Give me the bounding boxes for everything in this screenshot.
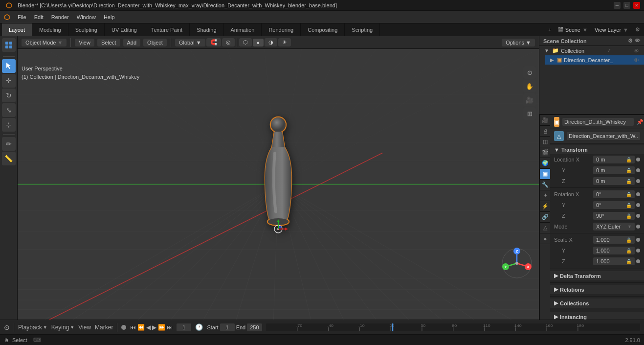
keying-menu[interactable]: Keying ▼	[51, 324, 75, 331]
filter-icon[interactable]: ⚙	[628, 38, 633, 44]
current-frame-input[interactable]: 1	[177, 323, 191, 331]
tab-animation[interactable]: Animation	[224, 23, 262, 36]
menu-file[interactable]: File	[14, 13, 30, 21]
material-preview-button[interactable]: ◑	[265, 38, 277, 46]
object-menu-button[interactable]: Object	[143, 39, 167, 46]
bottle-object[interactable]	[246, 114, 310, 242]
tab-sculpting[interactable]: Sculpting	[68, 23, 105, 36]
marker-menu[interactable]: Marker	[95, 324, 113, 331]
tab-compositing[interactable]: Compositing	[301, 23, 345, 36]
pan-button[interactable]: ✋	[523, 80, 536, 92]
play-back-button[interactable]: ◀	[146, 324, 151, 331]
zoom-to-fit-button[interactable]: ⊙	[523, 66, 536, 79]
camera-view-button[interactable]: 🎥	[523, 93, 536, 106]
add-workspace-button[interactable]: +	[545, 27, 554, 33]
rotate-tool-button[interactable]: ↻	[2, 89, 16, 102]
select-menu-button[interactable]: Select	[97, 39, 120, 46]
collections-header[interactable]: ▶ Collections	[550, 299, 644, 308]
scale-x-lock[interactable]: 🔒	[626, 237, 632, 243]
menu-help[interactable]: Help	[100, 13, 119, 21]
location-z-lock[interactable]: 🔒	[626, 179, 632, 184]
tab-rendering[interactable]: Rendering	[262, 23, 301, 36]
view-layer-properties-tab[interactable]: ◫	[540, 137, 551, 147]
close-button[interactable]: ✕	[633, 2, 640, 9]
rotation-z-lock[interactable]: 🔒	[626, 213, 632, 219]
view-menu[interactable]: View	[78, 324, 91, 331]
keyframe-dot[interactable]	[121, 325, 126, 330]
titlebar-controls[interactable]: ─ □ ✕	[614, 2, 640, 9]
add-menu-button[interactable]: Add	[123, 39, 141, 46]
minimize-button[interactable]: ─	[614, 2, 621, 9]
scene-selector[interactable]: 🎬 Scene ▼	[557, 27, 588, 33]
options-button[interactable]: Options ▼	[502, 39, 535, 46]
object-mode-button[interactable]: Object Mode ▼	[22, 39, 67, 46]
rotation-mode-select[interactable]: XYZ Euler ▼	[593, 223, 635, 230]
location-z-input[interactable]: 0 m 🔒	[593, 177, 635, 185]
physics-tab[interactable]: ⚡	[540, 201, 551, 212]
view-layer-selector[interactable]: View Layer ▼	[591, 27, 628, 33]
timeline-scrubber[interactable]: -70 -40 -10 20 50 80 110 140 160 180	[266, 323, 640, 331]
tab-scripting[interactable]: Scripting	[345, 23, 380, 36]
view-menu-button[interactable]: View	[75, 39, 94, 46]
mesh-name-input[interactable]	[567, 132, 640, 140]
jump-end-button[interactable]: ⏭	[167, 324, 173, 331]
object-data-tab[interactable]: △	[540, 223, 551, 233]
relations-header[interactable]: ▶ Relations	[550, 285, 644, 294]
pin-icon[interactable]: 📌	[637, 119, 644, 125]
tab-layout[interactable]: Layout	[2, 23, 32, 36]
rotation-y-input[interactable]: 0° 🔒	[593, 201, 635, 209]
scale-x-input[interactable]: 1.000 🔒	[593, 236, 635, 244]
playback-menu[interactable]: Playback ▼	[18, 324, 47, 331]
step-forward-button[interactable]: ⏩	[158, 324, 165, 331]
object-name-input[interactable]	[562, 118, 634, 126]
maximize-button[interactable]: □	[623, 2, 630, 9]
material-tab[interactable]: ●	[540, 233, 551, 244]
solid-shading-button[interactable]: ●	[253, 39, 264, 46]
snap-magnet-button[interactable]: 🧲	[206, 38, 221, 46]
scale-y-lock[interactable]: 🔒	[626, 248, 632, 253]
end-frame-input[interactable]: 250	[247, 323, 262, 331]
collection-row[interactable]: ▼ 📁 Collection ✓ 👁	[539, 46, 644, 55]
measure-tool-button[interactable]: 📏	[2, 152, 16, 165]
proportional-edit-button[interactable]: ◎	[222, 38, 235, 46]
collection-eye-icon[interactable]: ✓	[607, 47, 611, 54]
render-properties-tab[interactable]: 🎥	[540, 115, 551, 126]
location-x-input[interactable]: 0 m 🔒	[593, 156, 635, 163]
modifier-properties-tab[interactable]: 🔧	[540, 180, 551, 190]
rotation-x-input[interactable]: 0° 🔒	[593, 190, 635, 198]
world-properties-tab[interactable]: 🌍	[540, 158, 551, 169]
location-x-lock[interactable]: 🔒	[626, 157, 632, 162]
particles-tab[interactable]: ✦	[540, 190, 551, 201]
global-transform-button[interactable]: Global ▼	[175, 39, 205, 46]
viewport[interactable]: Object Mode ▼ View Select Add Object Glo…	[18, 36, 539, 320]
rotation-z-input[interactable]: 90° 🔒	[593, 212, 635, 220]
constraints-tab[interactable]: 🔗	[540, 212, 551, 223]
wireframe-button[interactable]: ⬡	[239, 38, 252, 46]
delta-transform-header[interactable]: ▶ Delta Transform	[550, 271, 644, 280]
scale-z-lock[interactable]: 🔒	[626, 259, 632, 264]
rotation-x-lock[interactable]: 🔒	[626, 192, 632, 197]
start-frame-input[interactable]: 1	[220, 323, 235, 331]
orthographic-view-button[interactable]: ⊞	[523, 107, 536, 120]
output-properties-tab[interactable]: 🖨	[540, 126, 551, 137]
instancing-header[interactable]: ▶ Instancing	[550, 312, 644, 320]
location-y-lock[interactable]: 🔒	[626, 168, 632, 173]
tab-shading[interactable]: Shading	[190, 23, 223, 36]
play-forward-button[interactable]: ▶	[152, 324, 156, 331]
rendered-button[interactable]: ☀	[278, 38, 291, 46]
mode-icon[interactable]	[2, 38, 16, 52]
menu-window[interactable]: Window	[73, 13, 100, 21]
object-properties-tab[interactable]: ▣	[540, 169, 551, 180]
direction-decanter-row[interactable]: ▶ ▣ Direction_Decanter_ 👁	[545, 55, 644, 65]
select-tool-button[interactable]	[2, 59, 16, 73]
scale-z-input[interactable]: 1.000 🔒	[593, 257, 635, 265]
menu-edit[interactable]: Edit	[30, 13, 47, 21]
transform-tool-button[interactable]: ⊹	[2, 118, 16, 132]
collection-visibility-icon[interactable]: 👁	[634, 48, 639, 54]
tab-uv-editing[interactable]: UV Editing	[105, 23, 144, 36]
scene-properties-tab[interactable]: 🎬	[540, 147, 551, 158]
location-y-input[interactable]: 0 m 🔒	[593, 166, 635, 174]
navigation-gizmo[interactable]: Z X Y	[500, 246, 534, 280]
jump-start-button[interactable]: ⏮	[130, 324, 136, 331]
viewport-canvas[interactable]: User Perspective (1) Collection | Direct…	[18, 49, 539, 320]
